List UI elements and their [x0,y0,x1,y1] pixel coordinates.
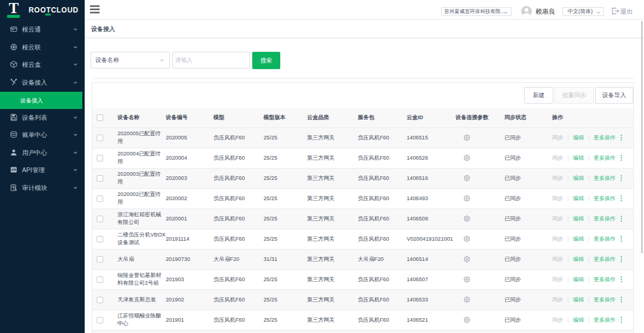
svg-text:API: API [11,168,17,172]
